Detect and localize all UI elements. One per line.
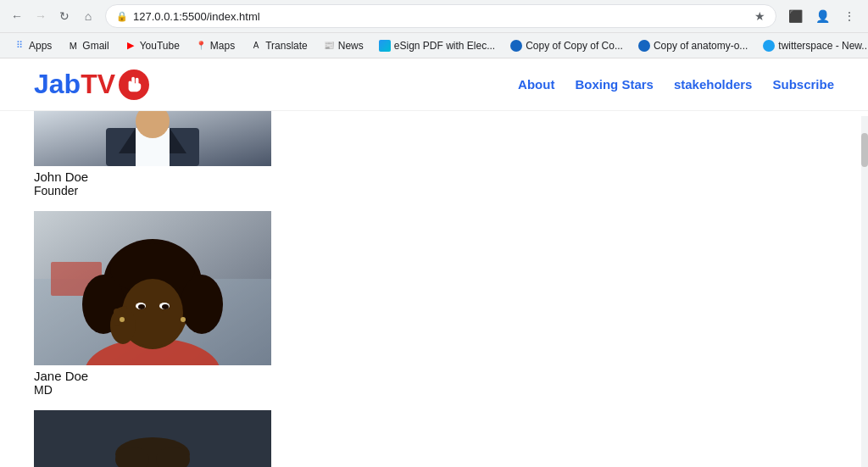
extensions-button[interactable]: ⬛	[783, 4, 807, 28]
forward-button[interactable]: →	[31, 6, 51, 26]
john-doe-name: John Doe	[34, 170, 834, 184]
john-doe-photo	[34, 111, 271, 166]
bookmarks-bar: ⠿ Apps M Gmail ▶ YouTube 📍 Maps A Transl…	[0, 32, 868, 58]
news-icon: 📰	[323, 40, 335, 52]
svg-point-26	[181, 317, 186, 322]
reload-button[interactable]: ↻	[54, 6, 75, 26]
john-doe-title: Founder	[34, 184, 834, 197]
bookmark-copy2-label: Copy of anatomy-o...	[654, 40, 748, 52]
menu-button[interactable]: ⋮	[837, 4, 861, 28]
bookmark-copy2[interactable]: Copy of anatomy-o...	[632, 38, 754, 53]
bookmark-gmail[interactable]: M Gmail	[60, 38, 115, 53]
copy1-icon	[510, 40, 522, 52]
browser-toolbar: ← → ↻ ⌂ 🔒 127.0.0.1:5500/index.html ★ ⬛ …	[0, 0, 868, 32]
bookmark-news-label: News	[338, 40, 364, 52]
bookmark-esign-label: eSign PDF with Elec...	[394, 40, 495, 52]
bookmark-twitter[interactable]: twitterspace - New...	[756, 38, 868, 53]
bookmark-translate[interactable]: A Translate	[243, 38, 314, 53]
person-card-john: John Doe Founder	[34, 111, 834, 197]
svg-point-21	[162, 304, 169, 309]
scrollbar[interactable]	[861, 116, 868, 467]
jane-doe-name: Jane Doe	[34, 369, 834, 383]
nav-buttons: ← → ↻ ⌂	[7, 6, 98, 26]
star-icon[interactable]: ★	[754, 9, 765, 23]
main-content: John Doe Founder	[0, 111, 868, 467]
maps-icon: 📍	[195, 40, 207, 52]
back-button[interactable]: ←	[7, 6, 27, 26]
svg-rect-23	[114, 309, 120, 325]
site-nav: JabTV About Boxing Stars stakeholders Su…	[0, 58, 868, 111]
browser-chrome: ← → ↻ ⌂ 🔒 127.0.0.1:5500/index.html ★ ⬛ …	[0, 0, 868, 58]
bookmark-maps-label: Maps	[210, 40, 235, 52]
bookmark-copy1-label: Copy of Copy of Co...	[526, 40, 623, 52]
bookmark-twitter-label: twitterspace - New...	[778, 40, 868, 52]
svg-point-20	[138, 304, 145, 309]
svg-point-25	[120, 317, 125, 322]
home-button[interactable]: ⌂	[78, 6, 98, 26]
youtube-icon: ▶	[125, 40, 136, 52]
account-button[interactable]: 👤	[810, 4, 834, 28]
url-text: 127.0.0.1:5500/index.html	[133, 10, 749, 23]
apps-icon: ⠿	[14, 40, 25, 52]
toolbar-icons: ⬛ 👤 ⋮	[783, 4, 861, 28]
jane-doe-title: MD	[34, 383, 834, 397]
bookmark-apps[interactable]: ⠿ Apps	[7, 38, 58, 53]
third-person-photo	[34, 410, 271, 467]
nav-about[interactable]: About	[518, 77, 554, 92]
scrollbar-thumb[interactable]	[861, 133, 868, 167]
address-bar[interactable]: 🔒 127.0.0.1:5500/index.html ★	[105, 4, 776, 28]
logo-fist-icon	[119, 69, 149, 100]
bookmark-news[interactable]: 📰 News	[316, 38, 370, 53]
bookmark-esign[interactable]: eSign PDF with Elec...	[372, 38, 502, 53]
person-card-third	[34, 410, 834, 467]
bookmark-copy1[interactable]: Copy of Copy of Co...	[504, 38, 630, 53]
copy2-icon	[638, 40, 650, 52]
person-card-jane: Jane Doe MD	[34, 211, 834, 397]
bookmark-maps[interactable]: 📍 Maps	[188, 38, 242, 53]
logo-jab: Jab	[34, 69, 81, 99]
bookmark-translate-label: Translate	[265, 40, 308, 52]
nav-subscribe[interactable]: Subscribe	[772, 77, 834, 92]
nav-boxing-stars[interactable]: Boxing Stars	[575, 77, 654, 92]
logo-tv: TV	[81, 69, 115, 99]
bookmark-gmail-label: Gmail	[82, 40, 108, 52]
translate-icon: A	[250, 40, 262, 52]
esign-icon	[379, 40, 391, 52]
logo-container: JabTV	[34, 69, 149, 100]
bookmark-youtube-label: YouTube	[140, 40, 180, 52]
nav-stakeholders[interactable]: stakeholders	[674, 77, 753, 92]
gmail-icon: M	[67, 40, 79, 52]
lock-icon: 🔒	[116, 11, 128, 22]
logo-text: JabTV	[34, 69, 115, 100]
website: JabTV About Boxing Stars stakeholders Su…	[0, 58, 868, 467]
nav-links: About Boxing Stars stakeholders Subscrib…	[518, 77, 834, 92]
bookmark-youtube[interactable]: ▶ YouTube	[118, 38, 186, 53]
jane-doe-photo	[34, 211, 271, 365]
twitter-icon	[763, 40, 775, 52]
bookmark-apps-label: Apps	[29, 40, 52, 52]
